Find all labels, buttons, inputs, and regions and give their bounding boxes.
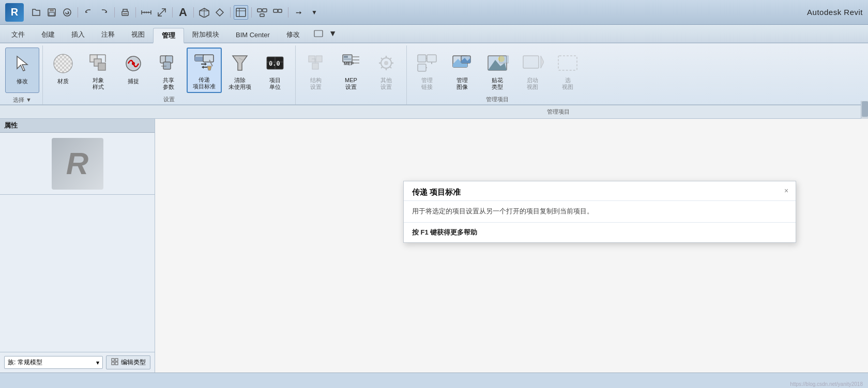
sync-button[interactable] [60, 5, 74, 20]
object-style-button[interactable]: 对象样式 [81, 48, 115, 93]
snap-button[interactable]: 捕捉 [116, 48, 150, 93]
svg-rect-1 [50, 9, 54, 11]
manage-image-button[interactable]: 管理图像 [445, 48, 479, 93]
svg-marker-26 [17, 56, 27, 71]
text-button[interactable]: A [176, 5, 190, 20]
tab-annotate[interactable]: 注释 [93, 27, 123, 42]
separator-6 [230, 7, 231, 18]
tab-manage[interactable]: 管理 [153, 28, 184, 43]
active-view-button[interactable] [234, 5, 248, 20]
dropdown-arrow[interactable]: ▼ [307, 5, 322, 20]
shared-param-label: 共享参数 [163, 77, 174, 90]
scale-button[interactable] [155, 5, 169, 20]
ribbon-group-project-settings: 结构设置 MEP MEP设置 [296, 45, 407, 104]
tab-file[interactable]: 文件 [3, 27, 33, 42]
print-button[interactable] [118, 5, 132, 20]
svg-marker-90 [541, 56, 544, 68]
svg-rect-34 [98, 63, 105, 70]
material-button[interactable]: 材质 [46, 48, 80, 93]
quick-access-toolbar: A ➙ ▼ [29, 5, 322, 20]
manage-links-button[interactable]: 管理链接 [410, 48, 444, 93]
svg-rect-17 [236, 8, 246, 17]
open-button[interactable] [29, 5, 43, 20]
transfer-button[interactable]: 传递项目标准 [187, 48, 222, 93]
purge-button[interactable]: 清除未使用项 [223, 48, 257, 93]
shared-param-icon [155, 50, 182, 76]
tab-view[interactable]: 视图 [123, 27, 153, 42]
ribbon-group-manage-project: 管理链接 管理图像 [407, 45, 588, 104]
properties-content [0, 195, 155, 352]
struct-settings-label: 结构设置 [310, 77, 322, 90]
manage-links-icon [414, 50, 440, 76]
svg-rect-78 [418, 64, 426, 71]
redo-button[interactable] [97, 5, 111, 20]
watermark: https://blog.csdn.net/yanity2018 [790, 381, 863, 387]
family-dropdown[interactable]: 族: 常规模型 ▾ [4, 356, 103, 369]
separator [78, 7, 78, 18]
select-view-button[interactable]: 选视图 [551, 48, 585, 93]
svg-rect-56 [312, 63, 318, 69]
decal-type-icon [484, 50, 511, 76]
diamond-button[interactable] [212, 5, 227, 20]
svg-rect-94 [112, 362, 114, 365]
svg-rect-41 [163, 62, 171, 69]
separator-5 [193, 7, 194, 18]
svg-text:MEP: MEP [344, 61, 354, 66]
separator-2 [114, 7, 115, 18]
edit-type-button[interactable]: 编辑类型 [106, 355, 150, 369]
material-label: 材质 [57, 78, 69, 85]
tab-addons[interactable]: 附加模块 [184, 27, 227, 42]
modify-label: 修改 [17, 78, 28, 85]
workshare-button[interactable] [255, 5, 269, 20]
tab-dropdown-button[interactable]: ▼ [326, 26, 340, 41]
svg-rect-25 [314, 30, 323, 37]
svg-rect-89 [523, 56, 539, 68]
tab-modify[interactable]: 修改 [278, 27, 308, 42]
svg-rect-23 [273, 9, 278, 12]
purge-label: 清除未使用项 [229, 77, 251, 90]
unit-button[interactable]: 0.0 项目单位 [258, 48, 292, 93]
measure-button[interactable] [139, 5, 154, 20]
undo-button[interactable] [81, 5, 96, 20]
object-style-icon [85, 50, 112, 76]
svg-rect-60 [344, 56, 348, 58]
snap-icon [120, 50, 147, 77]
3d-button[interactable] [197, 5, 211, 20]
svg-point-27 [54, 54, 72, 73]
ribbon-group-settings: 材质 对象样式 [43, 45, 296, 104]
edit-type-icon [111, 358, 119, 367]
cursor-icon [9, 50, 36, 77]
svg-line-75 [381, 67, 383, 68]
edit-type-label: 编辑类型 [121, 358, 146, 367]
svg-point-38 [132, 62, 135, 65]
manage-project-group-label: 管理项目 [407, 96, 588, 103]
snap-label: 捕捉 [128, 78, 139, 85]
svg-rect-76 [418, 55, 426, 62]
tooltip-close-button[interactable]: × [781, 185, 791, 196]
shared-param-button[interactable]: 共享参数 [151, 48, 186, 93]
cloud-button[interactable] [270, 5, 285, 20]
save-button[interactable] [44, 5, 59, 20]
svg-line-12 [158, 9, 165, 16]
svg-point-3 [64, 9, 71, 16]
tab-create[interactable]: 创建 [33, 27, 63, 42]
tooltip-title: 传递 项目标准 [404, 181, 796, 201]
svg-rect-24 [278, 9, 282, 12]
modify-button[interactable]: 修改 [5, 48, 39, 93]
mep-settings-label: MEP设置 [345, 77, 357, 90]
mep-settings-button[interactable]: MEP MEP设置 [334, 48, 368, 93]
unit-label: 项目单位 [269, 77, 281, 90]
svg-rect-61 [344, 58, 351, 60]
manage-image-label: 管理图像 [456, 77, 468, 90]
other-settings-button[interactable]: 其他设置 [369, 48, 403, 93]
tab-insert[interactable]: 插入 [63, 27, 93, 42]
settings-group-label: 设置 [43, 96, 295, 103]
svg-marker-48 [233, 56, 247, 70]
select-view-label: 选视图 [562, 77, 573, 90]
struct-settings-button[interactable]: 结构设置 [299, 48, 333, 93]
tab-expand-button[interactable] [311, 26, 326, 41]
arrow-right-button[interactable]: ➙ [292, 5, 306, 20]
start-view-button[interactable]: 启动视图 [515, 48, 550, 93]
tab-bimcenter[interactable]: BIM Center [227, 27, 278, 42]
decal-type-button[interactable]: 贴花类型 [480, 48, 514, 93]
